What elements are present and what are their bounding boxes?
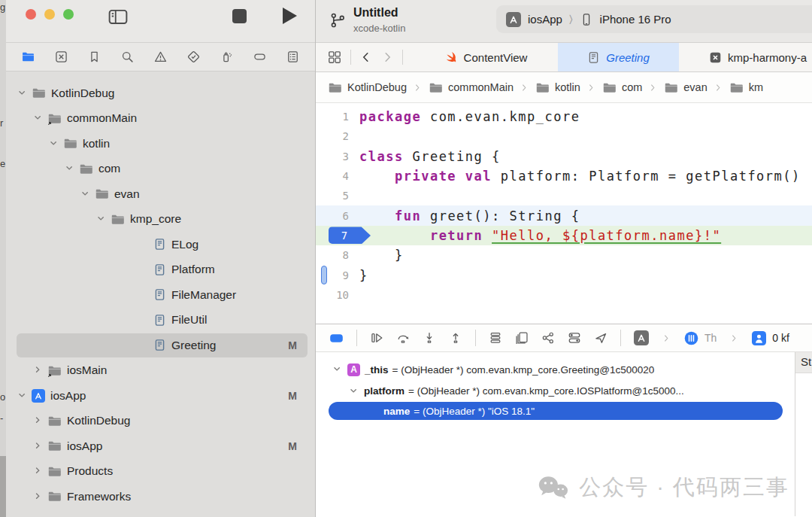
code-line-3[interactable]: 3class Greeting { (316, 147, 812, 166)
editor-tab-Greeting[interactable]: Greeting (558, 43, 679, 71)
code-line-7[interactable]: return "Hello, ${platform.name}!"7 (316, 226, 812, 245)
breakpoints-toggle-icon[interactable] (329, 331, 344, 345)
tree-item-Greeting[interactable]: GreetingM (6, 333, 315, 358)
issues-navigator-icon[interactable] (154, 50, 167, 63)
tree-item-commonMain[interactable]: commonMain (6, 106, 315, 132)
disclosure-chevron-icon[interactable] (17, 391, 29, 401)
code-line-5[interactable]: 5 (316, 186, 812, 205)
line-number[interactable]: 2 (316, 130, 359, 142)
disclosure-chevron-icon[interactable] (48, 138, 60, 149)
breakpoints-navigator-icon[interactable] (253, 50, 266, 63)
tree-item-iosMain[interactable]: iosMain (6, 358, 315, 384)
editor-tab-ContentView[interactable]: ContentView (414, 43, 558, 71)
disclosure-chevron-icon[interactable] (32, 415, 44, 426)
project-navigator-folder-icon[interactable] (22, 50, 35, 63)
step-out-icon[interactable] (449, 331, 462, 345)
line-number[interactable]: 5 (316, 190, 359, 202)
window-close-button[interactable] (26, 9, 36, 20)
code-editor[interactable]: 1package com.evan.kmp_core23class Greeti… (316, 103, 812, 324)
tree-item-Products[interactable]: Products (6, 459, 315, 485)
step-into-icon[interactable] (423, 331, 436, 345)
view-hierarchy-icon[interactable] (489, 331, 502, 345)
tab-overview-icon[interactable] (328, 50, 341, 64)
line-number[interactable]: 8 (316, 249, 359, 261)
disclosure-chevron-icon[interactable] (80, 189, 92, 199)
tree-item-kmp_core[interactable]: kmp_core (6, 207, 315, 233)
code-line-4[interactable]: 4 private val platform: Platform = getPl… (316, 166, 812, 186)
tree-item-FileUtil[interactable]: FileUtil (6, 308, 315, 333)
variable-row-platform[interactable]: platform= (ObjHeader *) com.evan.kmp_cor… (316, 381, 812, 403)
disclosure-chevron-icon[interactable] (349, 386, 359, 397)
window-zoom-button[interactable] (63, 9, 74, 20)
forward-navigation-icon[interactable] (381, 51, 393, 63)
breadcrumb-item-kotlin[interactable]: kotlin (535, 81, 580, 95)
runtime-issues-icon[interactable] (541, 331, 555, 345)
tree-item-Platform[interactable]: Platform (6, 257, 315, 283)
tree-item-iosApp[interactable]: iosAppM (6, 383, 315, 409)
window-minimize-button[interactable] (44, 9, 55, 20)
thread-icon[interactable] (684, 331, 698, 345)
breadcrumb-item-com[interactable]: com (602, 81, 642, 95)
tree-item-KotlinDebug[interactable]: KotlinDebug (6, 81, 315, 106)
debug-breadcrumb-label[interactable]: 0 kf (772, 332, 789, 344)
breadcrumb-label: KotlinDebug (347, 81, 407, 93)
tree-item-evan[interactable]: evan (6, 181, 315, 207)
tree-item-KotlinDebug[interactable]: KotlinDebug (6, 409, 315, 434)
code-line-9[interactable]: 9} (316, 265, 812, 284)
disclosure-chevron-icon[interactable] (32, 491, 44, 502)
disclosure-chevron-icon[interactable] (32, 441, 44, 452)
code-line-1[interactable]: 1package com.evan.kmp_core (316, 107, 812, 126)
tree-item-kotlin[interactable]: kotlin (6, 131, 315, 157)
disclosure-chevron-icon[interactable] (17, 88, 29, 99)
debug-breadcrumb-label[interactable]: Th (704, 332, 717, 344)
find-navigator-icon[interactable] (121, 50, 134, 63)
step-over-icon[interactable] (396, 331, 410, 345)
editor-tab-kmp-harmony-a[interactable]: kmp-harmony-a (679, 43, 812, 71)
breadcrumb-item-commonMain[interactable]: commonMain (429, 81, 514, 95)
app-icon-glyph (506, 12, 521, 27)
disclosure-chevron-icon[interactable] (32, 113, 44, 123)
disclosure-chevron-icon[interactable] (95, 214, 108, 224)
bookmarks-navigator-icon[interactable] (88, 50, 101, 63)
variable-row-name[interactable]: name= (ObjHeader *) "iOS 18.1" (329, 402, 783, 420)
memory-graph-icon[interactable] (515, 331, 529, 345)
disclosure-chevron-icon[interactable] (332, 364, 343, 375)
code-line-8[interactable]: 8 } (316, 245, 812, 265)
breadcrumb-item-km[interactable]: km (729, 81, 763, 95)
disclosure-chevron-icon[interactable] (32, 365, 44, 376)
environment-overrides-icon[interactable] (568, 331, 581, 345)
breadcrumb-item-KotlinDebug[interactable]: KotlinDebug (328, 81, 407, 95)
code-line-10[interactable]: 10 (316, 285, 812, 305)
code-line-2[interactable]: 2 (316, 126, 812, 146)
scheme-device-label[interactable]: iPhone 16 Pro (600, 13, 671, 26)
line-number[interactable]: 1 (316, 111, 359, 123)
variable-row-_this[interactable]: A_this= (ObjHeader *) com.evan.kmp_core.… (316, 359, 812, 381)
line-number[interactable]: 10 (316, 289, 359, 301)
tree-item-Frameworks[interactable]: Frameworks (6, 484, 315, 509)
line-number[interactable]: 6 (316, 210, 359, 222)
simulate-location-icon[interactable] (594, 331, 607, 345)
tree-item-iosApp[interactable]: iosAppM (6, 433, 315, 459)
tree-item-com[interactable]: com (6, 157, 315, 182)
line-number[interactable]: 3 (316, 151, 359, 163)
continue-execution-icon[interactable] (370, 331, 383, 345)
disclosure-chevron-icon[interactable] (64, 163, 76, 174)
back-navigation-icon[interactable] (360, 51, 372, 63)
disclosure-chevron-icon[interactable] (32, 466, 44, 476)
changes-navigator-icon[interactable] (55, 50, 68, 63)
process-iosapp-icon[interactable] (634, 330, 649, 345)
sidebar-toggle-icon[interactable] (108, 7, 128, 26)
debug-navigator-icon[interactable] (220, 50, 233, 63)
scheme-app-label[interactable]: iosApp (528, 13, 562, 26)
line-number[interactable]: 4 (316, 170, 359, 182)
code-line-6[interactable]: 6 fun greet(): String { (316, 205, 812, 225)
tests-navigator-icon[interactable] (187, 50, 200, 63)
scheme-selector[interactable]: iosApp 〉 iPhone 16 Pro (496, 5, 812, 33)
tree-item-ELog[interactable]: ELog (6, 232, 315, 257)
stack-frame-icon[interactable] (752, 331, 766, 345)
run-button[interactable] (283, 8, 297, 24)
stop-button[interactable] (232, 9, 247, 23)
breadcrumb-item-evan[interactable]: evan (664, 81, 707, 95)
tree-item-FileManager[interactable]: FileManager (6, 282, 315, 308)
reports-navigator-icon[interactable] (286, 50, 299, 63)
